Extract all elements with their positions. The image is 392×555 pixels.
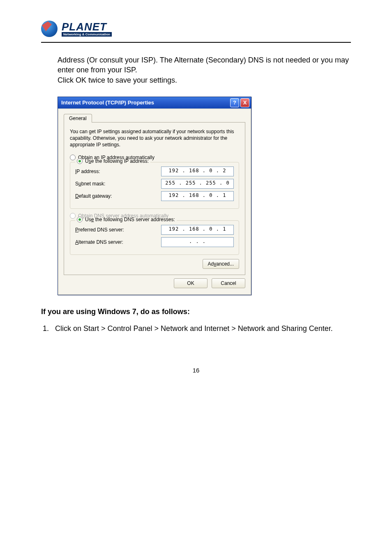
- help-button[interactable]: ?: [230, 98, 239, 107]
- body-paragraph-1: Address (Or consult your ISP). The Alter…: [58, 56, 349, 74]
- step-1: Click on Start > Control Panel > Network…: [51, 324, 351, 333]
- radio-disabled-icon: [70, 213, 76, 219]
- radio-selected-icon: [77, 158, 83, 164]
- radio-selected-icon: [77, 217, 83, 222]
- body-paragraph-2: Click OK twice to save your settings.: [58, 76, 177, 84]
- radio-use-ip[interactable]: Use the following IP address:: [75, 158, 150, 164]
- globe-icon: [41, 21, 58, 37]
- section-heading: If you are using Windows 7, do as follow…: [41, 308, 351, 316]
- brand-subtitle: Networking & Communication: [62, 32, 112, 37]
- radio-use-dns[interactable]: Use the following DNS server addresses:: [75, 217, 177, 222]
- alternate-dns-input[interactable]: . . .: [161, 237, 234, 247]
- close-button[interactable]: X: [240, 98, 249, 107]
- radio-icon: [70, 155, 76, 160]
- close-icon: X: [243, 99, 247, 106]
- ok-button[interactable]: OK: [174, 278, 208, 288]
- dns-group: Use the following DNS server addresses: …: [70, 220, 239, 255]
- brand-title: PLANET: [62, 21, 112, 32]
- ip-group: Use the following IP address: IP address…: [70, 162, 239, 209]
- ip-address-input[interactable]: 192 . 168 . 0 . 2: [161, 166, 234, 176]
- advanced-button[interactable]: Advanced...: [203, 259, 239, 269]
- dialog-description: You can get IP settings assigned automat…: [70, 128, 239, 148]
- tab-label: General: [69, 116, 87, 121]
- subnet-mask-input[interactable]: 255 . 255 . 255 . 0: [161, 179, 234, 189]
- cancel-button[interactable]: Cancel: [212, 278, 245, 288]
- dialog-titlebar[interactable]: Internet Protocol (TCP/IP) Properties ? …: [58, 97, 251, 109]
- help-icon: ?: [233, 99, 236, 106]
- tab-general[interactable]: General: [64, 114, 92, 123]
- page-number: 16: [41, 367, 351, 374]
- brand-header: PLANET Networking & Communication: [41, 16, 351, 43]
- dialog-title: Internet Protocol (TCP/IP) Properties: [61, 99, 154, 106]
- tcpip-properties-dialog: Internet Protocol (TCP/IP) Properties ? …: [58, 97, 251, 296]
- default-gateway-input[interactable]: 192 . 168 . 0 . 1: [161, 191, 234, 201]
- preferred-dns-input[interactable]: 192 . 168 . 0 . 1: [161, 225, 234, 235]
